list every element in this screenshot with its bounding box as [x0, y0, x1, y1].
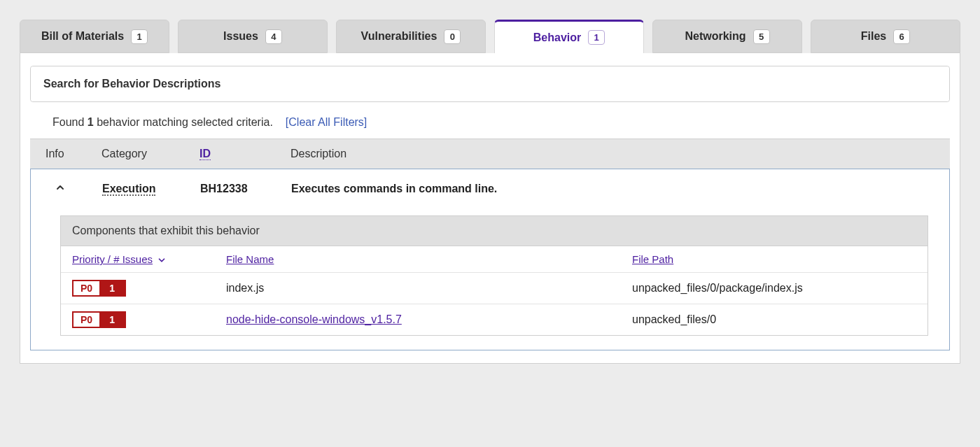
collapse-toggle[interactable] [46, 182, 74, 196]
tab-count: 1 [131, 29, 148, 44]
tab-count: 5 [753, 29, 770, 44]
clear-filters-link[interactable]: [Clear All Filters] [286, 116, 367, 129]
file-name[interactable]: node-hide-console-windows_v1.5.7 [226, 313, 402, 325]
tab-label: Bill of Materials [41, 30, 124, 43]
tab-networking[interactable]: Networking5 [652, 20, 802, 53]
tab-label: Networking [685, 30, 746, 43]
chevron-down-icon [157, 253, 167, 265]
col-category: Category [102, 148, 200, 160]
behavior-table-body: Execution BH12338 Executes commands in c… [30, 169, 950, 350]
tab-issues[interactable]: Issues4 [178, 20, 328, 53]
col-description: Description [290, 148, 934, 160]
components-header: Priority / # Issues File Name File Path [61, 246, 927, 273]
behavior-panel: Found 1 behavior matching selected crite… [20, 53, 960, 364]
found-prefix: Found [52, 116, 88, 128]
col-info: Info [46, 148, 102, 160]
tab-label: Vulnerabilities [361, 30, 438, 43]
col-priority[interactable]: Priority / # Issues [72, 253, 153, 265]
behavior-description: Executes commands in command line. [291, 183, 934, 195]
tab-label: Behavior [533, 31, 581, 44]
file-path: unpacked_files/0/package/index.js [632, 282, 916, 295]
tab-files[interactable]: Files6 [811, 20, 960, 53]
tab-label: Issues [223, 30, 258, 43]
found-count: 1 [88, 116, 94, 128]
col-file-name[interactable]: File Name [226, 253, 274, 265]
col-id[interactable]: ID [200, 148, 211, 160]
component-row: P01index.jsunpacked_files/0/package/inde… [61, 273, 927, 304]
found-text: Found 1 behavior matching selected crite… [52, 116, 273, 129]
components-title: Components that exhibit this behavior [61, 216, 927, 246]
priority-count: 1 [99, 281, 125, 295]
behavior-row: Execution BH12338 Executes commands in c… [31, 169, 949, 208]
component-row: P01node-hide-console-windows_v1.5.7unpac… [61, 304, 927, 335]
search-input[interactable] [31, 66, 949, 101]
priority-level: P0 [74, 313, 99, 327]
priority-level: P0 [74, 281, 99, 295]
tab-bar: Bill of Materials1Issues4Vulnerabilities… [20, 20, 960, 53]
found-suffix: behavior matching selected criteria. [94, 116, 273, 128]
search-container [30, 66, 950, 102]
tab-count: 4 [265, 29, 282, 44]
file-name: index.js [226, 282, 264, 294]
tab-count: 6 [893, 29, 910, 44]
priority-count: 1 [99, 313, 125, 327]
file-path: unpacked_files/0 [632, 313, 916, 326]
tab-bill-of-materials[interactable]: Bill of Materials1 [20, 20, 169, 53]
tab-label: Files [861, 30, 886, 43]
tab-behavior[interactable]: Behavior1 [494, 20, 644, 53]
tab-count: 0 [444, 29, 461, 44]
behavior-table-header: Info Category ID Description [30, 139, 950, 169]
priority-badge: P01 [72, 280, 126, 297]
tab-vulnerabilities[interactable]: Vulnerabilities0 [336, 20, 486, 53]
chevron-up-icon [55, 182, 66, 196]
components-panel: Components that exhibit this behavior Pr… [60, 215, 928, 336]
behavior-id: BH12338 [200, 183, 291, 195]
tab-count: 1 [588, 30, 605, 45]
priority-badge: P01 [72, 311, 126, 328]
col-file-path[interactable]: File Path [632, 253, 673, 265]
summary-row: Found 1 behavior matching selected crite… [30, 102, 950, 139]
behavior-category[interactable]: Execution [102, 183, 155, 196]
